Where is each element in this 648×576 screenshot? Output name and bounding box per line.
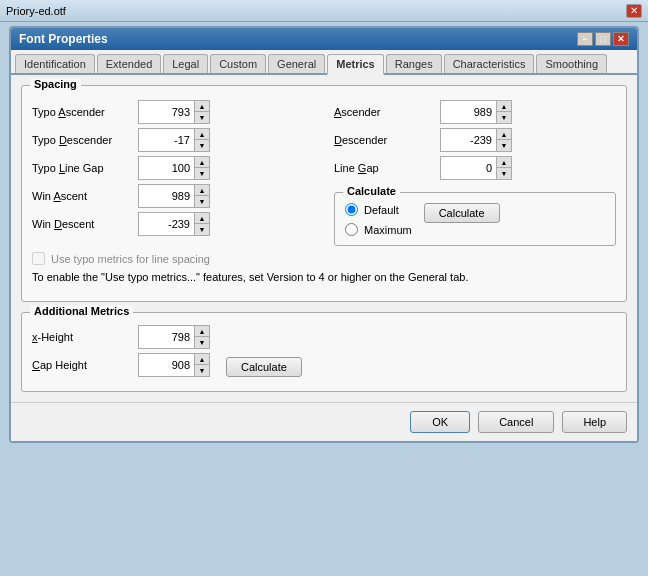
field-row-typo-line-gap: Typo Line Gap ▲ ▼: [32, 156, 314, 180]
ascender-spinner[interactable]: ▲ ▼: [440, 100, 512, 124]
cancel-button[interactable]: Cancel: [478, 411, 554, 433]
cap-height-down[interactable]: ▼: [195, 365, 209, 376]
calculate-default-label[interactable]: Default: [364, 204, 399, 216]
tab-general[interactable]: General: [268, 54, 325, 73]
line-gap-down[interactable]: ▼: [497, 168, 511, 179]
typo-line-gap-spinner[interactable]: ▲ ▼: [138, 156, 210, 180]
descender-up[interactable]: ▲: [497, 129, 511, 140]
window-close-button[interactable]: ✕: [626, 4, 642, 18]
typo-ascender-spinner[interactable]: ▲ ▼: [138, 100, 210, 124]
win-descent-label: Win Descent: [32, 218, 132, 230]
dialog-title-buttons: − □ ✕: [577, 32, 629, 46]
win-ascent-spin-buttons: ▲ ▼: [194, 185, 209, 207]
cap-height-spinner[interactable]: ▲ ▼: [138, 353, 210, 377]
typo-descender-down[interactable]: ▼: [195, 140, 209, 151]
additional-metrics-calculate-button[interactable]: Calculate: [226, 357, 302, 377]
ascender-up[interactable]: ▲: [497, 101, 511, 112]
help-button[interactable]: Help: [562, 411, 627, 433]
win-descent-spinner[interactable]: ▲ ▼: [138, 212, 210, 236]
typo-descender-up[interactable]: ▲: [195, 129, 209, 140]
calculate-maximum-row: Maximum: [345, 223, 412, 236]
x-height-spinner[interactable]: ▲ ▼: [138, 325, 210, 349]
dialog-maximize-button[interactable]: □: [595, 32, 611, 46]
typo-ascender-up[interactable]: ▲: [195, 101, 209, 112]
win-ascent-label: Win Ascent: [32, 190, 132, 202]
line-gap-spinner[interactable]: ▲ ▼: [440, 156, 512, 180]
cap-height-up[interactable]: ▲: [195, 354, 209, 365]
spacing-group-title: Spacing: [30, 78, 81, 90]
calculate-button[interactable]: Calculate: [424, 203, 500, 223]
tab-characteristics[interactable]: Characteristics: [444, 54, 535, 73]
additional-metrics-title: Additional Metrics: [30, 305, 133, 317]
descender-spinner[interactable]: ▲ ▼: [440, 128, 512, 152]
tab-legal[interactable]: Legal: [163, 54, 208, 73]
ascender-input[interactable]: [441, 101, 496, 123]
tab-custom[interactable]: Custom: [210, 54, 266, 73]
field-row-win-ascent: Win Ascent ▲ ▼: [32, 184, 314, 208]
ok-button[interactable]: OK: [410, 411, 470, 433]
win-descent-down[interactable]: ▼: [195, 224, 209, 235]
typo-line-gap-input[interactable]: [139, 157, 194, 179]
info-text: To enable the "Use typo metrics..." feat…: [32, 271, 616, 283]
tab-metrics[interactable]: Metrics: [327, 54, 384, 75]
typo-line-gap-spin-buttons: ▲ ▼: [194, 157, 209, 179]
calculate-maximum-label[interactable]: Maximum: [364, 224, 412, 236]
calculate-maximum-radio[interactable]: [345, 223, 358, 236]
typo-descender-input[interactable]: [139, 129, 194, 151]
dialog-close-button[interactable]: ✕: [613, 32, 629, 46]
x-height-input[interactable]: [139, 326, 194, 348]
calculate-group: Calculate Default: [334, 192, 616, 246]
descender-down[interactable]: ▼: [497, 140, 511, 151]
typo-ascender-input[interactable]: [139, 101, 194, 123]
additional-metrics-fields: x-Height ▲ ▼ Cap Height: [32, 325, 210, 381]
win-descent-up[interactable]: ▲: [195, 213, 209, 224]
typo-ascender-label: Typo Ascender: [32, 106, 132, 118]
line-gap-label: Line Gap: [334, 162, 434, 174]
typo-line-gap-down[interactable]: ▼: [195, 168, 209, 179]
ascender-down[interactable]: ▼: [497, 112, 511, 123]
field-row-descender: Descender ▲ ▼: [334, 128, 616, 152]
calculate-group-title: Calculate: [343, 185, 400, 197]
win-ascent-spinner[interactable]: ▲ ▼: [138, 184, 210, 208]
ascender-spin-buttons: ▲ ▼: [496, 101, 511, 123]
dialog: Font Properties − □ ✕ Identification Ext…: [9, 26, 639, 443]
tab-ranges[interactable]: Ranges: [386, 54, 442, 73]
typo-metrics-checkbox-row: Use typo metrics for line spacing: [32, 252, 616, 265]
typo-descender-label: Typo Descender: [32, 134, 132, 146]
field-row-typo-ascender: Typo Ascender ▲ ▼: [32, 100, 314, 124]
typo-metrics-checkbox[interactable]: [32, 252, 45, 265]
tab-extended[interactable]: Extended: [97, 54, 161, 73]
calculate-default-row: Default: [345, 203, 412, 216]
typo-metrics-label: Use typo metrics for line spacing: [51, 253, 210, 265]
cap-height-spin-buttons: ▲ ▼: [194, 354, 209, 376]
dialog-titlebar: Font Properties − □ ✕: [11, 28, 637, 50]
line-gap-input[interactable]: [441, 157, 496, 179]
field-row-x-height: x-Height ▲ ▼: [32, 325, 210, 349]
cap-height-input[interactable]: [139, 354, 194, 376]
field-row-cap-height: Cap Height ▲ ▼: [32, 353, 210, 377]
window-title: Priory-ed.otf: [6, 5, 626, 17]
ascender-label: Ascender: [334, 106, 434, 118]
typo-ascender-spin-buttons: ▲ ▼: [194, 101, 209, 123]
line-gap-up[interactable]: ▲: [497, 157, 511, 168]
tab-bar: Identification Extended Legal Custom Gen…: [11, 50, 637, 75]
cap-height-label: Cap Height: [32, 359, 132, 371]
x-height-up[interactable]: ▲: [195, 326, 209, 337]
descender-input[interactable]: [441, 129, 496, 151]
tab-identification[interactable]: Identification: [15, 54, 95, 73]
win-ascent-input[interactable]: [139, 185, 194, 207]
win-ascent-up[interactable]: ▲: [195, 185, 209, 196]
win-descent-input[interactable]: [139, 213, 194, 235]
dialog-minimize-button[interactable]: −: [577, 32, 593, 46]
typo-line-gap-label: Typo Line Gap: [32, 162, 132, 174]
typo-ascender-down[interactable]: ▼: [195, 112, 209, 123]
x-height-label: x-Height: [32, 331, 132, 343]
field-row-line-gap: Line Gap ▲ ▼: [334, 156, 616, 180]
typo-descender-spinner[interactable]: ▲ ▼: [138, 128, 210, 152]
x-height-down[interactable]: ▼: [195, 337, 209, 348]
tab-smoothing[interactable]: Smoothing: [536, 54, 607, 73]
win-ascent-down[interactable]: ▼: [195, 196, 209, 207]
dialog-footer: OK Cancel Help: [11, 402, 637, 441]
typo-line-gap-up[interactable]: ▲: [195, 157, 209, 168]
calculate-default-radio[interactable]: [345, 203, 358, 216]
